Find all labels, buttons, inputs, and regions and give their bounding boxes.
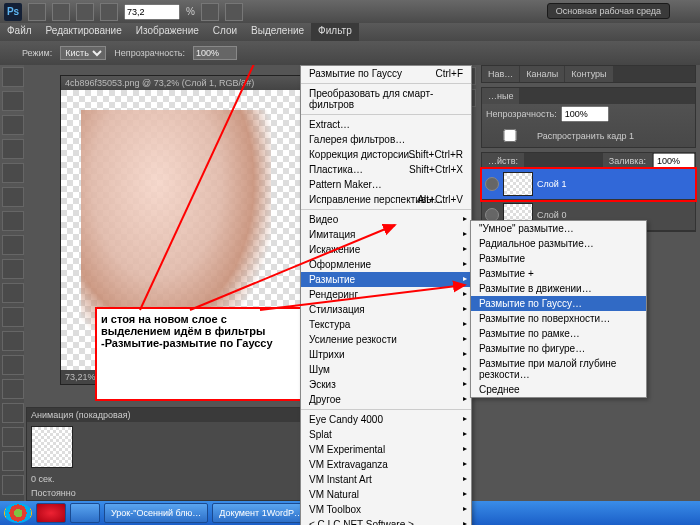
menu-item[interactable]: Extract… xyxy=(301,117,471,132)
filter-menu: Размытие по ГауссуCtrl+FПреобразовать дл… xyxy=(300,65,472,525)
heal-tool[interactable] xyxy=(2,211,24,231)
menu-item[interactable]: Искажение xyxy=(301,242,471,257)
eraser-tool[interactable] xyxy=(2,307,24,327)
menu-item[interactable]: Штрихи xyxy=(301,347,471,362)
lasso-tool[interactable] xyxy=(2,115,24,135)
menu-item[interactable]: Усиление резкости xyxy=(301,332,471,347)
fill-input[interactable] xyxy=(653,153,695,169)
menu-item[interactable]: Исправление перспективы…Alt+Ctrl+V xyxy=(301,192,471,207)
menu-item[interactable]: Оформление xyxy=(301,257,471,272)
mode-select[interactable]: Кисть xyxy=(60,46,106,60)
menu-item[interactable]: Радиальное размытие… xyxy=(471,236,646,251)
tool-palette xyxy=(0,65,24,501)
stamp-tool[interactable] xyxy=(2,259,24,279)
wand-tool[interactable] xyxy=(2,139,24,159)
menu-item[interactable]: Стилизация xyxy=(301,302,471,317)
menu-image[interactable]: Изображение xyxy=(129,23,206,41)
anim-frame[interactable] xyxy=(31,426,73,468)
zoom-input[interactable] xyxy=(124,4,180,20)
zoom-icon[interactable] xyxy=(100,3,118,21)
menu-item[interactable]: Галерея фильтров… xyxy=(301,132,471,147)
grid-icon[interactable] xyxy=(201,3,219,21)
menu-item[interactable]: Имитация xyxy=(301,227,471,242)
menu-item[interactable]: Размытие xyxy=(471,251,646,266)
layer-opacity[interactable] xyxy=(561,106,609,122)
menu-item[interactable]: VM Experimental xyxy=(301,442,471,457)
menu-item[interactable]: Размытие по Гауссу… xyxy=(471,296,646,311)
tab-layers[interactable]: …йств: xyxy=(482,153,524,169)
opacity-input[interactable] xyxy=(193,46,237,60)
menu-item[interactable]: < C.I.C.NET Software > xyxy=(301,517,471,525)
workspace-switcher[interactable]: Основная рабочая среда xyxy=(547,3,670,19)
taskbar-ie[interactable] xyxy=(70,503,100,523)
menu-item[interactable]: VM Extravaganza xyxy=(301,457,471,472)
view-icon[interactable] xyxy=(52,3,70,21)
menu-filter[interactable]: Фильтр xyxy=(311,23,359,41)
tab-nav[interactable]: Нав… xyxy=(482,66,519,82)
taskbar-item[interactable]: Документ 1WordP… xyxy=(212,503,310,523)
menu-item[interactable]: Размытие при малой глубине резкости… xyxy=(471,356,646,382)
layer-row[interactable]: Слой 1 xyxy=(482,169,695,200)
anim-title: Анимация (покадровая) xyxy=(27,408,307,422)
tab-paths[interactable]: Контуры xyxy=(565,66,612,82)
menu-item[interactable]: Размытие по рамке… xyxy=(471,326,646,341)
menu-item[interactable]: VM Instant Art xyxy=(301,472,471,487)
menu-item[interactable]: Splat xyxy=(301,427,471,442)
menu-item[interactable]: VM Natural xyxy=(301,487,471,502)
menu-item[interactable]: Текстура xyxy=(301,317,471,332)
gradient-tool[interactable] xyxy=(2,331,24,351)
bridge-icon[interactable] xyxy=(28,3,46,21)
menu-item[interactable]: Размытие в движении… xyxy=(471,281,646,296)
status-zoom: 73,21% xyxy=(65,372,96,382)
menu-item-blur[interactable]: Размытие xyxy=(301,272,471,287)
type-tool[interactable] xyxy=(2,427,24,447)
menu-item[interactable]: Eye Candy 4000 xyxy=(301,412,471,427)
menu-item[interactable]: Видео xyxy=(301,212,471,227)
menu-item[interactable]: Эскиз xyxy=(301,377,471,392)
menu-item[interactable]: Преобразовать для смарт-фильтров xyxy=(301,86,471,112)
screen-icon[interactable] xyxy=(225,3,243,21)
menu-item[interactable]: Рендеринг xyxy=(301,287,471,302)
start-button[interactable] xyxy=(4,503,32,523)
menu-select[interactable]: Выделение xyxy=(244,23,311,41)
menu-item[interactable]: Pattern Maker… xyxy=(301,177,471,192)
brush-tool[interactable] xyxy=(2,235,24,255)
blur-tool[interactable] xyxy=(2,355,24,375)
menu-bar: Файл Редактирование Изображение Слои Выд… xyxy=(0,23,700,41)
eyedropper-tool[interactable] xyxy=(2,187,24,207)
menu-layers[interactable]: Слои xyxy=(206,23,244,41)
taskbar-item[interactable]: Урок-"Осенний блю… xyxy=(104,503,208,523)
tab-adjust[interactable]: …ные xyxy=(482,88,519,104)
menu-file[interactable]: Файл xyxy=(0,23,39,41)
move-tool[interactable] xyxy=(2,67,24,87)
taskbar-opera[interactable] xyxy=(36,503,66,523)
menu-item[interactable]: Коррекция дисторсии…Shift+Ctrl+R xyxy=(301,147,471,162)
pen-tool[interactable] xyxy=(2,403,24,423)
fill-label: Заливка: xyxy=(603,153,652,169)
hand-icon[interactable] xyxy=(76,3,94,21)
opacity-label: Непрозрачность: xyxy=(486,109,557,119)
menu-item[interactable]: "Умное" размытие… xyxy=(471,221,646,236)
menu-item[interactable]: Шум xyxy=(301,362,471,377)
propagate-check[interactable] xyxy=(490,129,530,142)
anim-time: 0 сек. xyxy=(31,474,54,484)
anim-mode[interactable]: Постоянно xyxy=(31,488,76,498)
marquee-tool[interactable] xyxy=(2,91,24,111)
menu-item[interactable]: Среднее xyxy=(471,382,646,397)
menu-item[interactable]: VM Toolbox xyxy=(301,502,471,517)
visibility-icon[interactable] xyxy=(485,177,499,191)
menu-item[interactable]: Пластика…Shift+Ctrl+X xyxy=(301,162,471,177)
shape-tool[interactable] xyxy=(2,475,24,495)
menu-item[interactable]: Размытие по ГауссуCtrl+F xyxy=(301,66,471,81)
dodge-tool[interactable] xyxy=(2,379,24,399)
menu-item[interactable]: Размытие + xyxy=(471,266,646,281)
crop-tool[interactable] xyxy=(2,163,24,183)
menu-item[interactable]: Размытие по поверхности… xyxy=(471,311,646,326)
tab-channels[interactable]: Каналы xyxy=(520,66,564,82)
path-tool[interactable] xyxy=(2,451,24,471)
menu-edit[interactable]: Редактирование xyxy=(39,23,129,41)
menu-item[interactable]: Размытие по фигуре… xyxy=(471,341,646,356)
history-tool[interactable] xyxy=(2,283,24,303)
menu-item[interactable]: Другое xyxy=(301,392,471,407)
layer-name: Слой 0 xyxy=(537,210,566,220)
